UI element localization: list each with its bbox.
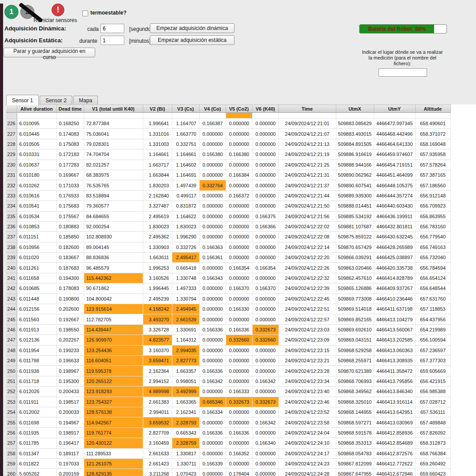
cell[interactable]: 0.000000 [199, 283, 226, 294]
cell[interactable]: 509883.085629 [336, 119, 374, 129]
cell[interactable]: 2.827773 [172, 355, 199, 365]
cell[interactable]: 24/09/2024/12:23:09 [279, 335, 336, 345]
cell[interactable]: 0.166387 [199, 119, 226, 129]
table-row[interactable]: 2596.0118220.197033121.2610752.6614231.3… [6, 458, 450, 469]
cell[interactable]: 0.000000 [252, 170, 279, 180]
table-row[interactable]: 2356.0105340.17556784.6846552.4956191.16… [6, 211, 450, 221]
cell[interactable]: 0.000000 [252, 119, 279, 129]
cell[interactable]: 509868.706993 [336, 376, 374, 386]
cell[interactable]: 0.000000 [226, 201, 252, 211]
cell[interactable]: 24/09/2024/12:23:28 [279, 366, 336, 376]
cell[interactable]: 1.996445 [143, 283, 172, 294]
cell[interactable]: 1.663717 [143, 160, 172, 170]
cell[interactable]: 0.000000 [199, 387, 226, 397]
cell[interactable]: 509890.607541 [336, 180, 374, 190]
row-number[interactable]: 237 [6, 232, 17, 242]
cell[interactable]: 1.070423 [172, 469, 199, 476]
column-header[interactable]: Dead time [56, 105, 84, 113]
cell[interactable]: 112.782705 [84, 314, 143, 324]
cell[interactable]: 0.171033 [56, 180, 84, 190]
cell[interactable]: 657.236597 [415, 345, 450, 355]
cell[interactable]: 75.036041 [84, 129, 143, 139]
table-row[interactable]: 2296.0103310.17218374.7047041.1646611.16… [6, 149, 450, 160]
table-row[interactable]: 2336.0106160.17693383.5188942.1628400.49… [6, 190, 450, 201]
measurement-location-input[interactable] [379, 68, 427, 77]
cell[interactable]: 121.261075 [84, 458, 143, 469]
table-row[interactable]: 2346.0105410.17568379.3605773.3274870.83… [6, 201, 450, 211]
cell[interactable]: 0.000000 [252, 129, 279, 139]
table-row[interactable]: 2266.0100950.16825072.8773841.9966411.16… [6, 119, 450, 129]
cell[interactable]: 0.000000 [226, 221, 252, 231]
cell[interactable]: 0.000000 [226, 273, 252, 283]
cell[interactable]: 24/09/2024/12:21:37 [279, 180, 336, 190]
row-number[interactable]: 254 [6, 407, 17, 417]
cell[interactable]: 0.190800 [56, 294, 84, 304]
cell[interactable]: 4466413.060363 [374, 345, 415, 355]
cell[interactable]: 509870.621389 [336, 366, 374, 376]
table-row[interactable]: 2536.0119110.198517123.7543272.6613831.6… [6, 397, 450, 407]
cell[interactable]: 0.000000 [252, 387, 279, 397]
cell[interactable]: 509886.916619 [336, 149, 374, 160]
cell[interactable]: 509889.939300 [336, 190, 374, 201]
cell[interactable]: 0.000000 [252, 139, 279, 149]
cell[interactable]: 0.000000 [252, 273, 279, 283]
table-row[interactable]: 2306.0106370.17728382.0212571.6637171.16… [6, 160, 450, 170]
cell[interactable]: 4466425.038897 [374, 253, 415, 263]
cell[interactable]: 4466413.795856 [374, 376, 415, 386]
cell[interactable]: 24/09/2024/12:21:44 [279, 190, 336, 201]
cell[interactable]: 509868.144955 [336, 407, 374, 417]
cell[interactable]: 0.000000 [226, 211, 252, 221]
cell[interactable]: 0.166330 [226, 304, 252, 314]
cell[interactable]: 509862.457610 [336, 273, 374, 283]
cell[interactable]: 0.166354 [252, 263, 279, 273]
stop-save-acquisition-button[interactable]: Parar y guardar adquisición en curso [4, 48, 95, 57]
cell[interactable]: 4466413.202585 [374, 335, 415, 345]
cell[interactable]: 657.028712 [415, 397, 450, 407]
row-number[interactable]: 258 [6, 448, 17, 458]
cell[interactable]: 4466454.719151 [374, 160, 415, 170]
cell[interactable]: 509868.353313 [336, 438, 374, 448]
row-number[interactable]: 236 [6, 221, 17, 231]
cell[interactable]: 0.185850 [56, 232, 84, 242]
cell[interactable]: 0.166339 [199, 458, 226, 469]
cell[interactable]: 0.198917 [56, 428, 84, 438]
cell[interactable]: 656.985388 [415, 387, 450, 397]
cell[interactable]: 0.000000 [226, 242, 252, 252]
cell[interactable]: 509875.859122 [336, 232, 374, 242]
cell[interactable]: 102.808930 [84, 232, 143, 242]
cell[interactable]: 90.671862 [84, 283, 143, 294]
cell[interactable]: 0.000000 [226, 180, 252, 190]
cell[interactable]: 24/09/2024/12:22:57 [279, 314, 336, 324]
table-row[interactable]: 2486.0119540.199233123.2544363.1603702.9… [6, 345, 450, 355]
cell[interactable]: 0.166336 [199, 324, 226, 335]
cell[interactable]: 24/09/2024/12:22:45 [279, 294, 336, 304]
cell[interactable]: 0.000000 [252, 253, 279, 263]
cell[interactable]: 92.000254 [84, 221, 143, 231]
row-number[interactable]: 235 [6, 211, 17, 221]
row-number[interactable]: 253 [6, 397, 17, 407]
cell[interactable]: 509888.944166 [336, 160, 374, 170]
cell[interactable]: 0.198967 [56, 366, 84, 376]
table-row[interactable]: 2526.0120260.200433123.9182934.9899983.4… [6, 387, 450, 397]
cell[interactable]: 0.332751 [172, 139, 199, 149]
cell[interactable]: 0.000000 [199, 129, 226, 139]
row-number[interactable]: 234 [6, 201, 17, 211]
cell[interactable]: 0.000000 [252, 314, 279, 324]
cell[interactable]: 24/09/2024/12:21:25 [279, 160, 336, 170]
cell[interactable]: 3.160526 [143, 273, 172, 283]
cell[interactable]: 115.442362 [84, 273, 143, 283]
cell[interactable]: 24/09/2024/12:21:01 [279, 119, 336, 129]
cell[interactable]: 2.661539 [172, 314, 199, 324]
cell[interactable]: 2.661633 [143, 448, 172, 458]
cell[interactable]: 24/09/2024/12:23:03 [279, 324, 336, 335]
cell[interactable]: 0.665346 [199, 397, 226, 407]
cell[interactable]: 4466459.974607 [374, 149, 415, 160]
cell[interactable]: 0.166336 [226, 324, 252, 335]
cell[interactable]: 3.211268 [143, 469, 172, 476]
cell[interactable]: 4466448.105375 [374, 180, 415, 190]
cell[interactable]: 24/09/2024/12:21:56 [279, 211, 336, 221]
cell[interactable]: 0.000000 [199, 160, 226, 170]
cell[interactable]: 3.659471 [143, 355, 172, 365]
cell[interactable]: 4466440.603430 [374, 201, 415, 211]
cell[interactable]: 656.912148 [415, 190, 450, 201]
